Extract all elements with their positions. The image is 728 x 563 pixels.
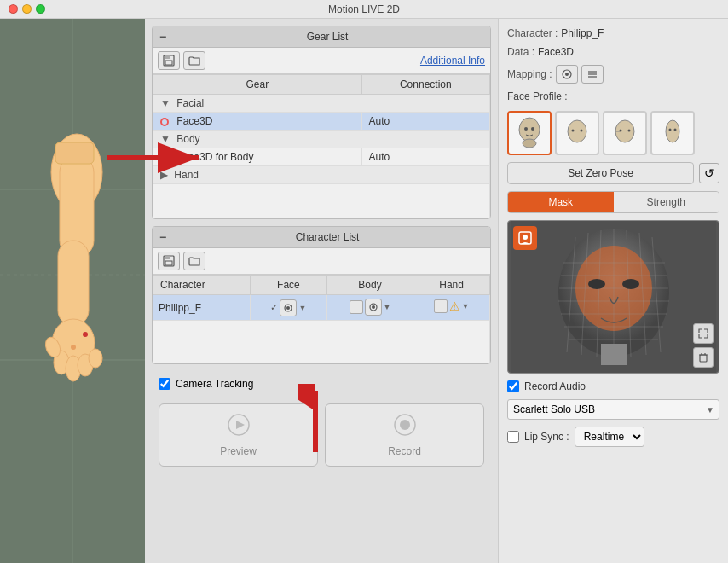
svg-point-36 <box>523 139 536 148</box>
face3d-body-row[interactable]: Face3D for Body Auto <box>153 148 490 166</box>
philipp-f-row[interactable]: Philipp_F ✓ ▼ <box>153 295 490 321</box>
maximize-button[interactable] <box>36 4 45 14</box>
tab-strength[interactable]: Strength <box>614 192 719 212</box>
hand-warn-icon: ⚠ <box>449 299 460 313</box>
character-list-header: − Character List <box>153 227 490 248</box>
record-button[interactable]: Record <box>325 403 484 467</box>
svg-rect-71 <box>700 355 707 362</box>
gear-list-panel: − Gear List Additional Info Gear Connect… <box>152 26 491 219</box>
body-expand-icon[interactable]: ▼ <box>160 133 170 145</box>
character-value: Philipp_F <box>561 27 604 39</box>
hand-expand-icon[interactable]: ▶ <box>160 169 168 181</box>
preview-button[interactable]: Preview <box>159 403 318 467</box>
character-list-toolbar <box>153 248 490 275</box>
face-3d-view <box>507 220 719 374</box>
svg-point-38 <box>531 127 534 131</box>
svg-marker-27 <box>236 421 245 429</box>
face-profile-label: Face Profile : <box>507 90 719 102</box>
svg-rect-20 <box>165 256 170 259</box>
svg-point-67 <box>622 279 639 289</box>
char-folder-icon[interactable] <box>183 252 205 270</box>
mapping-profile-btn[interactable] <box>556 65 578 84</box>
philipp-f-name: Philipp_F <box>153 295 251 321</box>
face-check-icon[interactable]: ✓ <box>270 302 278 313</box>
svg-point-44 <box>628 130 631 132</box>
face-3d-controls <box>693 323 714 368</box>
face-profile-2[interactable] <box>555 111 599 155</box>
svg-point-46 <box>666 120 679 142</box>
gear-table: Gear Connection ▼ Facial Face3 <box>153 74 490 218</box>
audio-device-dropdown[interactable]: Scarlett Solo USB <box>507 399 719 420</box>
gear-list-collapse-btn[interactable]: − <box>159 30 166 44</box>
expand-icon[interactable] <box>693 323 714 344</box>
gear-list-header: − Gear List <box>153 26 490 48</box>
body-dropdown-arrow[interactable]: ▼ <box>384 303 391 311</box>
face-camera-icon <box>283 303 293 313</box>
window-controls <box>9 4 45 14</box>
facial-expand-icon[interactable]: ▼ <box>160 97 170 109</box>
body-checkbox[interactable] <box>350 300 363 314</box>
character-list-panel: − Character List Character Face Body H <box>152 226 491 364</box>
body-group-row: ▼ Body <box>153 131 490 148</box>
gear-list-title: Gear List <box>171 31 483 43</box>
face-profile-3[interactable] <box>603 111 647 155</box>
svg-point-25 <box>372 305 375 309</box>
face-profile-1[interactable] <box>507 111 552 155</box>
mapping-label: Mapping : <box>507 68 552 80</box>
gear-table-spacer <box>153 184 490 218</box>
face3d-connection: Auto <box>361 113 489 131</box>
char-save-icon[interactable] <box>158 252 180 270</box>
refresh-icon[interactable]: ↺ <box>699 163 719 183</box>
folder-icon[interactable] <box>183 51 205 70</box>
set-zero-pose-button[interactable]: Set Zero Pose <box>507 162 694 184</box>
tab-mask[interactable]: Mask <box>508 192 614 212</box>
data-label: Data : <box>507 46 534 58</box>
character-viewport <box>0 19 145 563</box>
save-icon[interactable] <box>158 51 180 70</box>
character-list-collapse-btn[interactable]: − <box>159 230 166 244</box>
face3d-label: Face3D <box>176 115 212 127</box>
svg-rect-17 <box>165 55 170 59</box>
svg-point-41 <box>581 130 583 132</box>
camera-tracking-label: Camera Tracking <box>176 378 253 390</box>
titlebar: Motion LIVE 2D <box>0 0 728 19</box>
svg-point-47 <box>669 129 672 131</box>
minimize-button[interactable] <box>22 4 32 14</box>
record-label: Record <box>388 445 421 457</box>
face3d-row[interactable]: Face3D Auto <box>153 113 490 131</box>
svg-point-70 <box>523 235 528 240</box>
gear-col-header: Gear <box>153 75 362 95</box>
character-label: Character : <box>507 27 558 39</box>
hand-checkbox[interactable] <box>434 299 448 313</box>
data-info-row: Data : Face3D <box>507 46 719 58</box>
close-button[interactable] <box>9 4 18 14</box>
face-dropdown-arrow[interactable]: ▼ <box>298 304 306 312</box>
hand-col-header: Hand <box>413 276 490 295</box>
svg-point-40 <box>572 130 575 132</box>
additional-info-link[interactable]: Additional Info <box>420 55 485 67</box>
lip-sync-dropdown[interactable]: Realtime <box>575 427 644 447</box>
delete-icon[interactable] <box>693 347 714 368</box>
svg-point-35 <box>519 118 540 142</box>
record-icon <box>393 413 417 442</box>
gear-list-toolbar: Additional Info <box>153 48 490 74</box>
svg-rect-15 <box>55 142 94 164</box>
svg-point-66 <box>588 279 605 289</box>
body-group-label: Body <box>176 133 199 145</box>
record-audio-label: Record Audio <box>524 380 586 392</box>
facial-group-row: ▼ Facial <box>153 95 490 113</box>
hand-dropdown-arrow[interactable]: ▼ <box>462 302 470 311</box>
connection-col-header: Connection <box>361 75 489 95</box>
lip-sync-checkbox[interactable] <box>507 431 519 443</box>
body-camera-icon <box>368 302 378 312</box>
face-cell: ✓ ▼ <box>270 299 306 316</box>
face-profile-4[interactable] <box>650 111 695 155</box>
zero-pose-row: Set Zero Pose ↺ <box>507 162 719 184</box>
record-audio-checkbox[interactable] <box>507 380 519 392</box>
camera-tracking-checkbox[interactable] <box>159 378 170 390</box>
mapping-list-btn[interactable] <box>581 65 604 84</box>
svg-point-37 <box>524 127 528 131</box>
face-3d-action-button[interactable] <box>513 226 537 250</box>
face-3d-svg <box>511 220 716 374</box>
preview-label: Preview <box>220 445 257 457</box>
